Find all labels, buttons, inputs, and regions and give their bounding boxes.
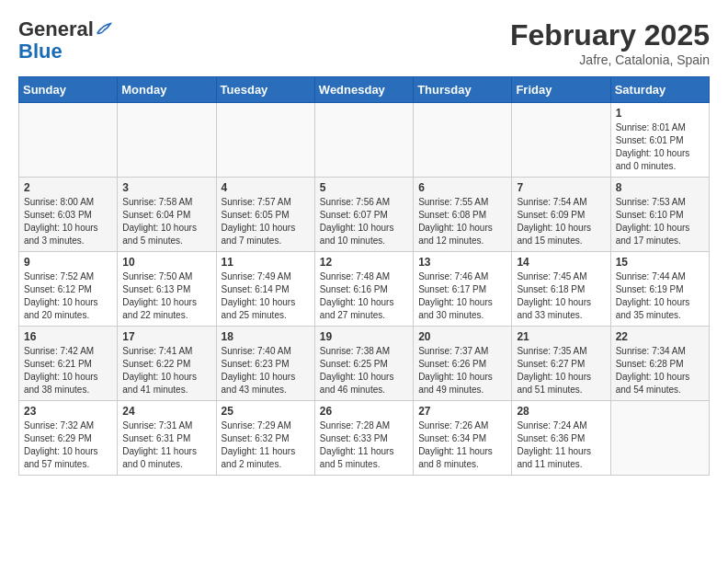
day-info: Sunrise: 7:35 AM Sunset: 6:27 PM Dayligh… (517, 345, 605, 396)
day-number: 22 (616, 330, 704, 343)
day-info: Sunrise: 7:28 AM Sunset: 6:33 PM Dayligh… (320, 419, 408, 471)
day-info: Sunrise: 7:38 AM Sunset: 6:25 PM Dayligh… (320, 345, 408, 396)
day-number: 2 (24, 181, 112, 194)
day-info: Sunrise: 7:58 AM Sunset: 6:04 PM Dayligh… (122, 196, 210, 247)
calendar-cell: 9Sunrise: 7:52 AM Sunset: 6:12 PM Daylig… (19, 252, 118, 327)
calendar-cell: 21Sunrise: 7:35 AM Sunset: 6:27 PM Dayli… (512, 327, 610, 401)
calendar-cell: 5Sunrise: 7:56 AM Sunset: 6:07 PM Daylig… (314, 178, 413, 252)
month-title: February 2025 (510, 18, 710, 52)
calendar-cell (216, 103, 314, 178)
day-number: 6 (418, 181, 506, 194)
day-number: 24 (122, 405, 210, 418)
day-number: 7 (517, 181, 605, 194)
calendar-cell: 20Sunrise: 7:37 AM Sunset: 6:26 PM Dayli… (414, 327, 512, 401)
day-info: Sunrise: 7:46 AM Sunset: 6:17 PM Dayligh… (418, 270, 506, 322)
day-number: 28 (517, 405, 605, 418)
day-number: 4 (222, 181, 310, 194)
weekday-header-wednesday: Wednesday (314, 77, 413, 103)
location-text: Jafre, Catalonia, Spain (510, 52, 710, 67)
calendar-cell (19, 103, 118, 178)
day-number: 13 (418, 256, 506, 269)
calendar-cell: 25Sunrise: 7:29 AM Sunset: 6:32 PM Dayli… (216, 401, 314, 476)
calendar-cell (118, 103, 216, 178)
calendar-header-row: SundayMondayTuesdayWednesdayThursdayFrid… (19, 77, 710, 103)
title-block: February 2025 Jafre, Catalonia, Spain (510, 18, 710, 67)
day-info: Sunrise: 7:57 AM Sunset: 6:05 PM Dayligh… (222, 196, 310, 247)
day-info: Sunrise: 7:41 AM Sunset: 6:22 PM Dayligh… (122, 345, 210, 396)
calendar-table: SundayMondayTuesdayWednesdayThursdayFrid… (18, 76, 710, 476)
day-number: 12 (320, 256, 408, 269)
weekday-header-tuesday: Tuesday (216, 77, 314, 103)
calendar-cell: 23Sunrise: 7:32 AM Sunset: 6:29 PM Dayli… (19, 401, 118, 476)
calendar-cell: 8Sunrise: 7:53 AM Sunset: 6:10 PM Daylig… (610, 178, 709, 252)
calendar-cell: 16Sunrise: 7:42 AM Sunset: 6:21 PM Dayli… (19, 327, 118, 401)
day-number: 23 (24, 405, 112, 418)
calendar-cell (414, 103, 512, 178)
calendar-cell: 14Sunrise: 7:45 AM Sunset: 6:18 PM Dayli… (512, 252, 610, 327)
day-number: 11 (222, 256, 310, 269)
calendar-cell: 11Sunrise: 7:49 AM Sunset: 6:14 PM Dayli… (216, 252, 314, 327)
day-info: Sunrise: 7:32 AM Sunset: 6:29 PM Dayligh… (24, 419, 112, 471)
day-info: Sunrise: 7:29 AM Sunset: 6:32 PM Dayligh… (222, 419, 310, 471)
day-info: Sunrise: 7:40 AM Sunset: 6:23 PM Dayligh… (222, 345, 310, 396)
day-number: 25 (222, 405, 310, 418)
day-info: Sunrise: 7:54 AM Sunset: 6:09 PM Dayligh… (517, 196, 605, 247)
calendar-week-row: 23Sunrise: 7:32 AM Sunset: 6:29 PM Dayli… (19, 401, 710, 476)
logo-general-text: General (18, 18, 94, 40)
calendar-cell: 18Sunrise: 7:40 AM Sunset: 6:23 PM Dayli… (216, 327, 314, 401)
day-info: Sunrise: 8:01 AM Sunset: 6:01 PM Dayligh… (616, 121, 704, 173)
day-info: Sunrise: 7:55 AM Sunset: 6:08 PM Dayligh… (418, 196, 506, 247)
day-number: 15 (616, 256, 704, 269)
calendar-cell: 4Sunrise: 7:57 AM Sunset: 6:05 PM Daylig… (216, 178, 314, 252)
day-number: 10 (122, 256, 210, 269)
day-info: Sunrise: 7:52 AM Sunset: 6:12 PM Dayligh… (24, 270, 112, 322)
day-info: Sunrise: 7:37 AM Sunset: 6:26 PM Dayligh… (418, 345, 506, 396)
day-info: Sunrise: 7:56 AM Sunset: 6:07 PM Dayligh… (320, 196, 408, 247)
day-number: 3 (122, 181, 210, 194)
calendar-cell: 28Sunrise: 7:24 AM Sunset: 6:36 PM Dayli… (512, 401, 610, 476)
calendar-week-row: 16Sunrise: 7:42 AM Sunset: 6:21 PM Dayli… (19, 327, 710, 401)
calendar-cell: 22Sunrise: 7:34 AM Sunset: 6:28 PM Dayli… (610, 327, 709, 401)
weekday-header-sunday: Sunday (19, 77, 118, 103)
day-number: 18 (222, 330, 310, 343)
day-number: 1 (616, 107, 704, 120)
day-info: Sunrise: 7:50 AM Sunset: 6:13 PM Dayligh… (122, 270, 210, 322)
day-info: Sunrise: 7:24 AM Sunset: 6:36 PM Dayligh… (517, 419, 605, 471)
calendar-cell (314, 103, 413, 178)
day-number: 20 (418, 330, 506, 343)
day-info: Sunrise: 7:42 AM Sunset: 6:21 PM Dayligh… (24, 345, 112, 396)
calendar-cell: 19Sunrise: 7:38 AM Sunset: 6:25 PM Dayli… (314, 327, 413, 401)
day-number: 27 (418, 405, 506, 418)
calendar-cell (610, 401, 709, 476)
calendar-cell (512, 103, 610, 178)
calendar-cell: 10Sunrise: 7:50 AM Sunset: 6:13 PM Dayli… (118, 252, 216, 327)
day-number: 14 (517, 256, 605, 269)
day-number: 9 (24, 256, 112, 269)
day-info: Sunrise: 7:48 AM Sunset: 6:16 PM Dayligh… (320, 270, 408, 322)
day-number: 8 (616, 181, 704, 194)
page-header: General Blue February 2025 Jafre, Catalo… (18, 18, 710, 67)
day-number: 21 (517, 330, 605, 343)
calendar-cell: 26Sunrise: 7:28 AM Sunset: 6:33 PM Dayli… (314, 401, 413, 476)
calendar-cell: 27Sunrise: 7:26 AM Sunset: 6:34 PM Dayli… (414, 401, 512, 476)
logo-blue-text: Blue (18, 40, 112, 63)
weekday-header-monday: Monday (118, 77, 216, 103)
calendar-cell: 24Sunrise: 7:31 AM Sunset: 6:31 PM Dayli… (118, 401, 216, 476)
calendar-cell: 12Sunrise: 7:48 AM Sunset: 6:16 PM Dayli… (314, 252, 413, 327)
calendar-cell: 15Sunrise: 7:44 AM Sunset: 6:19 PM Dayli… (610, 252, 709, 327)
calendar-week-row: 1Sunrise: 8:01 AM Sunset: 6:01 PM Daylig… (19, 103, 710, 178)
day-number: 17 (122, 330, 210, 343)
day-info: Sunrise: 7:34 AM Sunset: 6:28 PM Dayligh… (616, 345, 704, 396)
calendar-cell: 1Sunrise: 8:01 AM Sunset: 6:01 PM Daylig… (610, 103, 709, 178)
calendar-cell: 3Sunrise: 7:58 AM Sunset: 6:04 PM Daylig… (118, 178, 216, 252)
day-number: 5 (320, 181, 408, 194)
day-number: 19 (320, 330, 408, 343)
logo-bird-icon (96, 21, 112, 38)
day-info: Sunrise: 8:00 AM Sunset: 6:03 PM Dayligh… (24, 196, 112, 247)
weekday-header-saturday: Saturday (610, 77, 709, 103)
calendar-cell: 17Sunrise: 7:41 AM Sunset: 6:22 PM Dayli… (118, 327, 216, 401)
day-info: Sunrise: 7:45 AM Sunset: 6:18 PM Dayligh… (517, 270, 605, 322)
calendar-cell: 2Sunrise: 8:00 AM Sunset: 6:03 PM Daylig… (19, 178, 118, 252)
calendar-week-row: 9Sunrise: 7:52 AM Sunset: 6:12 PM Daylig… (19, 252, 710, 327)
day-number: 16 (24, 330, 112, 343)
